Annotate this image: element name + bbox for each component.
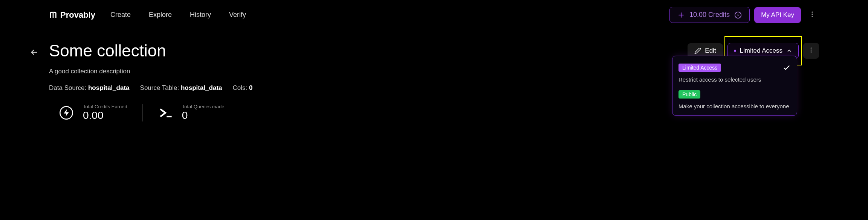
credits-stat: Total Credits Earned 0.00: [59, 104, 142, 121]
edit-label: Edit: [705, 47, 716, 55]
data-source-value: hospital_data: [88, 84, 130, 91]
header-more-button[interactable]: [805, 8, 819, 23]
queries-stat: Total Queries made 0: [142, 104, 240, 121]
dropdown-option-limited[interactable]: Limited Access Restrict access to select…: [678, 61, 792, 88]
nav-history[interactable]: History: [190, 11, 211, 19]
limited-access-description: Restrict access to selected users: [679, 76, 791, 83]
source-table-value: hospital_data: [181, 84, 222, 91]
terminal-icon: [158, 105, 173, 120]
cols-meta: Cols: 0: [233, 84, 253, 92]
nav-create[interactable]: Create: [110, 11, 131, 19]
title-more-button[interactable]: [803, 43, 819, 59]
queries-stat-value: 0: [182, 109, 225, 121]
brand-name: Provably: [60, 10, 95, 20]
check-icon: [782, 64, 791, 72]
access-label: Limited Access: [740, 47, 782, 55]
svg-point-11: [811, 50, 812, 51]
arrow-left-icon: [30, 48, 38, 56]
chevron-up-icon: [786, 48, 792, 54]
bolt-circle-icon: [59, 105, 74, 120]
queries-stat-label: Total Queries made: [182, 104, 225, 109]
brand-logo[interactable]: Provably: [49, 10, 95, 20]
svg-point-12: [811, 52, 812, 53]
bolt-icon: [734, 11, 742, 19]
public-badge: Public: [679, 90, 700, 99]
data-source-meta: Data Source: hospital_data: [49, 84, 130, 92]
credits-stat-label: Total Credits Earned: [83, 104, 127, 109]
credits-amount: 10.00 Credits: [689, 11, 730, 19]
svg-point-8: [811, 16, 813, 17]
source-table-meta: Source Table: hospital_data: [140, 84, 222, 92]
limited-access-badge: Limited Access: [679, 64, 721, 72]
nav-verify[interactable]: Verify: [229, 11, 246, 19]
more-vertical-icon: [808, 47, 815, 53]
back-button[interactable]: [30, 48, 38, 58]
public-description: Make your collection accessible to every…: [679, 103, 791, 109]
status-dot-icon: [734, 50, 736, 52]
source-table-label: Source Table:: [140, 84, 181, 91]
access-dropdown-menu: Limited Access Restrict access to select…: [672, 56, 797, 116]
plus-icon: [677, 11, 685, 19]
api-key-button[interactable]: My API Key: [754, 7, 801, 23]
svg-point-6: [811, 11, 813, 12]
credits-button[interactable]: 10.00 Credits: [669, 7, 750, 23]
logo-icon: [49, 11, 57, 19]
dropdown-option-public[interactable]: Public Make your collection accessible t…: [678, 88, 792, 110]
more-vertical-icon: [808, 11, 816, 18]
credits-stat-value: 0.00: [83, 109, 127, 121]
svg-point-10: [811, 47, 812, 49]
cols-label: Cols:: [233, 84, 249, 91]
data-source-label: Data Source:: [49, 84, 88, 91]
pencil-icon: [694, 47, 701, 54]
svg-point-7: [811, 14, 813, 15]
cols-value: 0: [249, 84, 252, 91]
nav-explore[interactable]: Explore: [149, 11, 172, 19]
page-title: Some collection: [49, 41, 166, 60]
